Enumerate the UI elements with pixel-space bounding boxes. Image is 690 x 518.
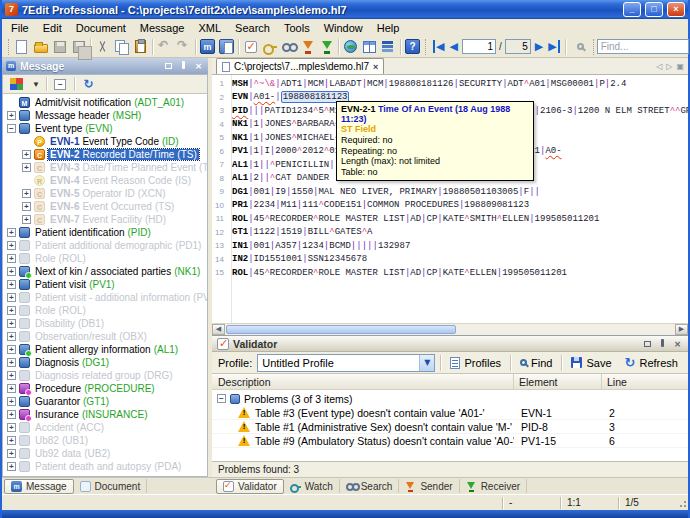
panel-float-button[interactable] <box>163 61 174 71</box>
tree-expander-icon[interactable]: + <box>22 189 31 198</box>
tab-document[interactable]: Document <box>74 479 148 493</box>
tree-item[interactable]: +Patient additional demographic(PD1) <box>3 239 207 252</box>
tree-item-evn-1[interactable]: PEVN-1Event Type Code(ID) <box>3 135 207 148</box>
tab-watch[interactable]: Watch <box>284 479 340 493</box>
tab-receiver[interactable]: Receiver <box>460 479 527 493</box>
editor-line-11[interactable]: 11ROL|45^RECORDER^ROLE MASTER LIST|AD|CP… <box>212 212 688 226</box>
scrollbar-thumb[interactable] <box>226 325 456 334</box>
tree-item[interactable]: +Patient identification(PID) <box>3 226 207 239</box>
tree-expander-icon[interactable]: + <box>7 345 16 354</box>
tab-close-icon[interactable]: × <box>373 62 378 72</box>
save-button[interactable] <box>50 37 69 56</box>
menu-edit[interactable]: Edit <box>36 21 69 35</box>
tree-item[interactable]: +Patient visit(PV1) <box>3 278 207 291</box>
editor-tab[interactable]: C:\projects\7...mples\demo.hl7 × <box>216 58 384 74</box>
send-button[interactable] <box>298 37 317 56</box>
view-options-button[interactable] <box>7 75 26 94</box>
cut-button[interactable] <box>93 37 112 56</box>
tree-expander-icon[interactable]: + <box>7 384 16 393</box>
tree-expander-icon[interactable]: + <box>7 306 16 315</box>
receive-button[interactable] <box>317 37 336 56</box>
goto-message-button[interactable] <box>571 37 590 56</box>
tree-expander-icon[interactable]: + <box>7 319 16 328</box>
tree-item-evn-5[interactable]: +CEVN-5Operator ID(XCN) <box>3 187 207 200</box>
tree-expander-icon[interactable]: + <box>22 163 31 172</box>
column-element[interactable]: Element <box>514 374 602 389</box>
tree-item[interactable]: +Insurance(INSURANCE) <box>3 408 207 421</box>
close-button[interactable]: × <box>667 2 685 17</box>
tree-item[interactable]: +Procedure(PROCEDURE) <box>3 382 207 395</box>
editor-line-15[interactable]: 15ROL|45^RECORDER^ROLE MASTER LIST|AD|CP… <box>212 266 688 280</box>
duplicate-button[interactable] <box>379 37 398 56</box>
menu-window[interactable]: Window <box>317 21 370 35</box>
tree-expander-icon[interactable]: + <box>22 150 31 159</box>
tree-item[interactable]: +Disability(DB1) <box>3 317 207 330</box>
tree-expander-icon[interactable]: − <box>7 124 16 133</box>
menu-tools[interactable]: Tools <box>277 21 317 35</box>
tree-item[interactable]: +Ub92 data(UB2) <box>3 447 207 460</box>
combobox-dropdown-icon[interactable]: ▼ <box>419 355 434 371</box>
tree-expander-icon[interactable]: + <box>22 215 31 224</box>
tree-item-evn-3[interactable]: +CEVN-3Date/Time Planned Event(TS) <box>3 161 207 174</box>
tree-expander-icon[interactable]: + <box>7 371 16 380</box>
tab-validator[interactable]: Validator <box>216 479 284 494</box>
column-line[interactable]: Line <box>602 374 688 389</box>
tree-item[interactable]: +Message header(MSH) <box>3 109 207 122</box>
tree-item[interactable]: +Patient visit - additional information(… <box>3 291 207 304</box>
tree-item[interactable]: +Guarantor(GT1) <box>3 395 207 408</box>
tree-expander-icon[interactable]: + <box>7 293 16 302</box>
message-view-button[interactable] <box>198 37 217 56</box>
refresh-tree-button[interactable]: ↻ <box>79 75 98 94</box>
panel-close-button[interactable]: × <box>193 61 204 71</box>
undo-button[interactable] <box>155 37 174 56</box>
problem-row[interactable]: Table #1 (Administrative Sex) doesn't co… <box>212 420 688 434</box>
table-view-button[interactable] <box>360 37 379 56</box>
tab-search[interactable]: Search <box>340 479 400 493</box>
tree-expander-icon[interactable]: + <box>7 358 16 367</box>
tree-item[interactable]: +Diagnosis(DG1) <box>3 356 207 369</box>
menu-file[interactable]: File <box>4 21 36 35</box>
message-number-input[interactable] <box>462 39 496 54</box>
scroll-right-arrow[interactable]: ▶ <box>675 324 688 335</box>
tree-item[interactable]: +Ub82(UB1) <box>3 434 207 447</box>
maximize-button[interactable]: □ <box>645 2 663 17</box>
menu-document[interactable]: Document <box>69 21 133 35</box>
watch-button[interactable] <box>260 37 279 56</box>
horizontal-scrollbar[interactable]: ◀ ▶ <box>212 323 688 335</box>
collapse-all-button[interactable]: − <box>51 75 70 94</box>
help-button[interactable] <box>403 37 422 56</box>
problem-row[interactable]: Table #9 (Ambulatory Status) doesn't con… <box>212 434 688 448</box>
document-view-button[interactable] <box>217 37 236 56</box>
last-message-button[interactable]: ▶ <box>547 40 559 53</box>
save-all-button[interactable] <box>69 37 88 56</box>
tree-expander-icon[interactable]: + <box>7 111 16 120</box>
tree-expander-icon[interactable]: + <box>7 423 16 432</box>
menu-search[interactable]: Search <box>228 21 277 35</box>
tree-item-evn-7[interactable]: +CEVN-7Event Facility(HD) <box>3 213 207 226</box>
paste-button[interactable] <box>131 37 150 56</box>
editor-line-9[interactable]: 9DG1|001|I9|1550|MAL NEO LIVER, PRIMARY|… <box>212 185 688 199</box>
tree-item[interactable]: +Diagnosis related group(DRG) <box>3 369 207 382</box>
tree-expander-icon[interactable]: + <box>7 462 16 471</box>
tree-item[interactable]: −Event type(EVN) <box>3 122 207 135</box>
validator-float-button[interactable] <box>642 339 653 349</box>
tree-item-evn-2[interactable]: +CEVN-2Recorded Date/Time(TS) <box>3 148 207 161</box>
tree-expander-icon[interactable]: + <box>22 202 31 211</box>
editor-line-1[interactable]: 1MSH|^~\&|ADT1|MCM|LABADT|MCM|1988081811… <box>212 77 688 91</box>
tab-scroll-right-icon[interactable]: ▷ <box>666 62 672 71</box>
find-input[interactable] <box>597 39 689 54</box>
open-file-button[interactable] <box>31 37 50 56</box>
minimize-button[interactable]: _ <box>623 2 641 17</box>
validator-close-button[interactable]: × <box>672 339 683 349</box>
scroll-left-arrow[interactable]: ◀ <box>212 324 225 335</box>
column-description[interactable]: Description <box>212 374 514 389</box>
tree-item[interactable]: +Next of kin / associated parties(NK1) <box>3 265 207 278</box>
tree-expander-icon[interactable]: + <box>7 332 16 341</box>
save-profile-button[interactable]: Save <box>567 356 615 370</box>
tree-item[interactable]: +Patient death and autopsy(PDA) <box>3 460 207 473</box>
editor-line-12[interactable]: 12GT1|1122|1519|BILL^GATES^A <box>212 226 688 240</box>
validate-button[interactable] <box>241 37 260 56</box>
profiles-button[interactable]: Profiles <box>446 356 505 370</box>
find-problem-button[interactable]: Find <box>516 356 556 370</box>
editor-line-14[interactable]: 14IN2|ID1551001|SSN12345678 <box>212 253 688 267</box>
